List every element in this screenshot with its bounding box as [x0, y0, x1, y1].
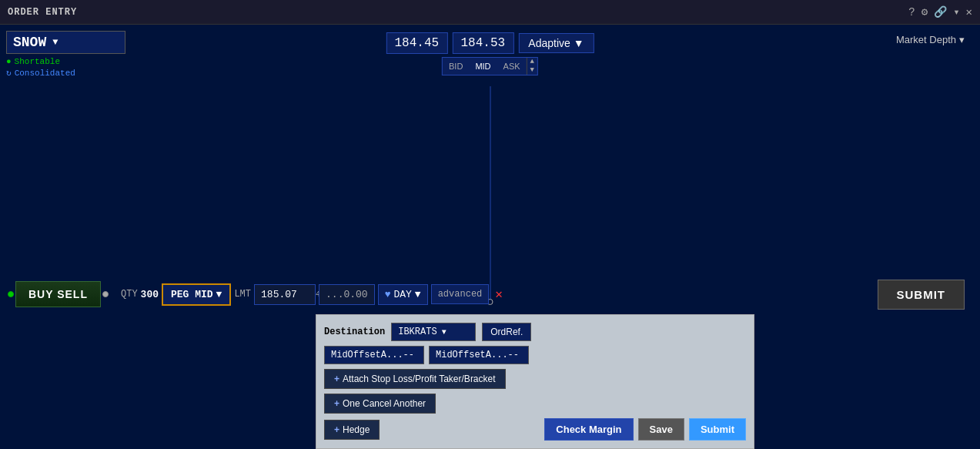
adaptive-button[interactable]: Adaptive ▼	[518, 33, 594, 53]
qty-value[interactable]: 300	[141, 289, 159, 300]
close-advanced-icon[interactable]: ✕	[492, 285, 506, 303]
ticker-arrow: ▼	[52, 37, 58, 48]
consolidated-status: ↻ Consolidated	[6, 68, 125, 78]
save-button[interactable]: Save	[638, 418, 684, 441]
link-icon[interactable]: 🔗	[934, 5, 947, 18]
attach-label: Attach Stop Loss/Profit Taker/Bracket	[343, 374, 496, 384]
green-dot	[8, 291, 14, 297]
chart-line	[490, 86, 490, 302]
mid-button[interactable]: MID	[469, 59, 497, 73]
bma-arrows: ▲ ▼	[527, 58, 537, 75]
lmt-label: LMT	[234, 289, 251, 300]
app-title: ORDER ENTRY	[8, 7, 908, 18]
consolidated-dot: ↻	[6, 68, 12, 78]
adv-destination-row: Destination IBKRATS ▼ OrdRef.	[324, 323, 746, 341]
destination-arrow: ▼	[442, 328, 447, 337]
close-icon[interactable]: ✕	[966, 5, 972, 18]
offset-field[interactable]: ...0.00	[319, 284, 375, 305]
adaptive-label: Adaptive	[528, 37, 570, 49]
destination-label: Destination	[324, 327, 385, 337]
shortable-label: Shortable	[15, 57, 60, 66]
order-type-arrow: ▼	[216, 289, 222, 300]
ask-button[interactable]: ASK	[497, 59, 527, 73]
adaptive-arrow: ▼	[574, 37, 584, 49]
buy-sell-button[interactable]: BUY SELL	[15, 281, 101, 307]
bid-button[interactable]: BID	[443, 59, 469, 73]
market-depth-arrow: ▾	[959, 34, 965, 45]
destination-dropdown[interactable]: IBKRATS ▼	[391, 323, 476, 341]
settings-icon[interactable]: ⚙	[921, 5, 928, 18]
submit-main-button[interactable]: SUBMIT	[878, 280, 965, 310]
consolidated-label: Consolidated	[15, 69, 75, 78]
mid-offset-field-1[interactable]: MidOffsetA...--	[324, 346, 424, 364]
price-input[interactable]: 185.07	[254, 284, 316, 305]
day-arrow: ▼	[415, 289, 421, 300]
action-buttons: Check Margin Save Submit	[544, 418, 746, 441]
market-depth-button[interactable]: Market Depth ▾	[896, 34, 965, 45]
hedge-label: Hedge	[343, 424, 370, 435]
ticker-symbol: SNOW	[13, 35, 46, 50]
adv-attach-row: + Attach Stop Loss/Profit Taker/Bracket	[324, 369, 746, 389]
shortable-dot: ●	[6, 57, 12, 66]
buy-sell-label: BUY SELL	[28, 288, 88, 300]
bma-up-arrow[interactable]: ▲	[527, 58, 537, 66]
adv-offset-row: MidOffsetA...-- MidOffsetA...--	[324, 346, 746, 364]
bid-mid-ask-selector: BID MID ASK ▲ ▼	[442, 57, 538, 75]
order-fields: QTY 300 PEG MID ▼ LMT 185.07 ...0.00 ♥ D…	[121, 283, 506, 306]
shortable-status: ● Shortable	[6, 57, 125, 66]
ticker-dropdown[interactable]: SNOW ▼	[6, 31, 125, 54]
day-label: DAY	[393, 289, 411, 300]
qty-label: QTY	[121, 289, 138, 300]
order-type-label: PEG MID	[171, 289, 213, 300]
destination-value: IBKRATS	[398, 327, 436, 337]
bid-price[interactable]: 184.45	[386, 32, 447, 54]
attach-plus-icon: +	[334, 374, 339, 384]
buy-sell-area: BUY SELL	[8, 281, 109, 307]
order-type-button[interactable]: PEG MID ▼	[162, 283, 231, 306]
adv-oca-row: + One Cancel Another	[324, 394, 746, 414]
title-bar-controls: ? ⚙ 🔗 ▾ ✕	[908, 5, 972, 18]
mid-offset-field-2[interactable]: MidOffsetA...--	[429, 346, 529, 364]
left-info: SNOW ▼ ● Shortable ↻ Consolidated	[6, 31, 125, 78]
price-row: 184.45 184.53 Adaptive ▼	[386, 32, 594, 54]
oca-plus-icon: +	[334, 398, 339, 409]
ask-price[interactable]: 184.53	[452, 32, 513, 54]
bma-down-arrow[interactable]: ▼	[527, 66, 537, 75]
order-bar: BUY SELL QTY 300 PEG MID ▼ LMT 185.07 ..…	[0, 274, 980, 314]
ordref-button[interactable]: OrdRef.	[482, 323, 531, 341]
bma-bar: BID MID ASK ▲ ▼	[442, 57, 538, 75]
check-margin-button[interactable]: Check Margin	[544, 418, 633, 441]
gray-dot	[102, 291, 109, 297]
help-icon[interactable]: ?	[908, 6, 915, 18]
hedge-button[interactable]: + Hedge	[324, 420, 380, 440]
market-depth-label: Market Depth	[896, 34, 956, 45]
day-button[interactable]: ♥ DAY ▼	[378, 284, 428, 305]
advanced-panel: Destination IBKRATS ▼ OrdRef. MidOffsetA…	[316, 314, 754, 449]
title-bar: ORDER ENTRY ? ⚙ 🔗 ▾ ✕	[0, 0, 980, 25]
heart-icon: ♥	[385, 289, 391, 300]
one-cancel-another-button[interactable]: + One Cancel Another	[324, 394, 436, 414]
attach-stop-loss-button[interactable]: + Attach Stop Loss/Profit Taker/Bracket	[324, 369, 506, 389]
submit-panel-button[interactable]: Submit	[689, 418, 746, 441]
advanced-button[interactable]: advanced	[431, 284, 490, 304]
dropdown-icon[interactable]: ▾	[953, 5, 959, 18]
adv-hedge-action-row: + Hedge Check Margin Save Submit	[324, 418, 746, 441]
oca-label: One Cancel Another	[343, 398, 426, 409]
price-area: 184.45 184.53 Adaptive ▼ BID MID ASK ▲ ▼	[386, 32, 594, 75]
main-area: SNOW ▼ ● Shortable ↻ Consolidated Market…	[0, 25, 980, 449]
hedge-plus-icon: +	[334, 424, 339, 435]
